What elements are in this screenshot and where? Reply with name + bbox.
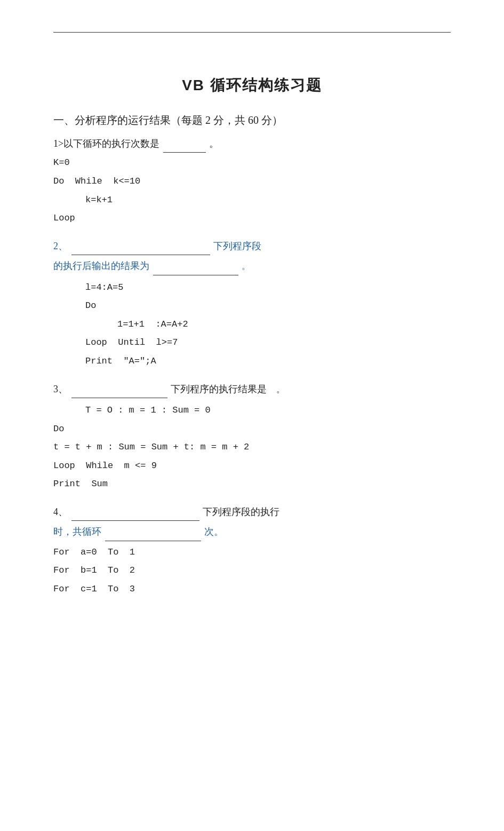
q1-label: 1>以下循环的执行次数是: [53, 138, 159, 149]
q1-code-2: Do While k<=10: [53, 173, 451, 190]
q3-code-4: Loop While m <= 9: [53, 458, 451, 474]
q2-label-after: 下列程序段: [213, 241, 261, 251]
q1-blank: [163, 135, 206, 153]
q3-code-5: Print Sum: [53, 476, 451, 493]
q1-code-4: Loop: [53, 210, 451, 227]
question-4-line2: 时，共循环 次。: [53, 523, 451, 541]
q1-code-1: K=0: [53, 155, 451, 171]
q4-code-1: For a=0 To 1: [53, 544, 451, 561]
q2-code-3: 1=1+1 :A=A+2: [53, 316, 451, 333]
q3-code-1: T = O : m = 1 : Sum = 0: [53, 402, 451, 419]
q3-code-2: Do: [53, 421, 451, 438]
q3-blank1: [71, 381, 167, 398]
q4-code-3: For c=1 To 3: [53, 581, 451, 598]
q2-blank2: [153, 257, 238, 275]
q4-blank2: [105, 523, 201, 541]
q3-num: 3、: [53, 384, 68, 394]
q4-num: 4、: [53, 506, 68, 517]
section-header: 一、分析程序的运行结果（每题 2 分，共 60 分）: [53, 112, 451, 129]
q3-period: 。: [276, 385, 285, 394]
q4-blank1: [71, 503, 199, 521]
q2-period: 。: [242, 262, 250, 271]
q3-code-3: t = t + m : Sum = Sum + t: m = m + 2: [53, 439, 451, 456]
question-2-line2: 的执行后输出的结果为 。: [53, 257, 451, 275]
q4-label-after: 下列程序段的执行: [203, 506, 279, 517]
question-2-line1: 2、 下列程序段: [53, 238, 451, 255]
question-1: 1>以下循环的执行次数是 。: [53, 135, 451, 153]
question-4-line1: 4、 下列程序段的执行: [53, 503, 451, 521]
q2-num: 2、: [53, 241, 68, 251]
page-title: VB 循环结构练习题: [53, 75, 451, 96]
q2-code-2: Do: [53, 298, 451, 314]
q4-label3: 次。: [204, 526, 223, 537]
q3-label-after: 下列程序的执行结果是: [171, 384, 274, 394]
question-3-line1: 3、 下列程序的执行结果是 。: [53, 381, 451, 398]
q2-label2: 的执行后输出的结果为: [53, 260, 149, 271]
q1-code-3: k=k+1: [53, 192, 451, 209]
q2-code-4: Loop Until l>=7: [53, 335, 451, 351]
page: VB 循环结构练习题 一、分析程序的运行结果（每题 2 分，共 60 分） 1>…: [0, 0, 504, 831]
q1-period: 。: [209, 138, 219, 149]
q2-blank1: [71, 238, 210, 255]
top-divider: [53, 32, 451, 33]
q2-code-5: Print "A=";A: [53, 353, 451, 370]
q2-code-1: l=4:A=5: [53, 280, 451, 296]
q4-label2: 时，共循环: [53, 526, 101, 537]
q4-code-2: For b=1 To 2: [53, 563, 451, 579]
